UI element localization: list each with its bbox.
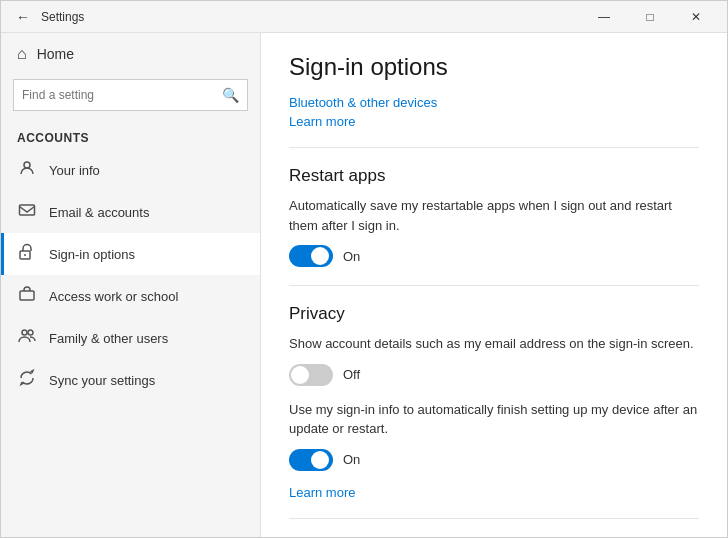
sign-in-options-label: Sign-in options — [49, 247, 135, 262]
svg-rect-4 — [20, 291, 34, 300]
email-accounts-icon — [17, 201, 37, 223]
privacy-title: Privacy — [289, 304, 699, 324]
title-bar: ← Settings — □ ✕ — [1, 1, 727, 33]
privacy-toggle-1[interactable] — [289, 364, 333, 386]
search-icon: 🔍 — [222, 87, 239, 103]
access-work-icon — [17, 285, 37, 307]
back-button[interactable]: ← — [9, 3, 37, 31]
privacy-toggle-1-thumb — [291, 366, 309, 384]
learn-more-link-1[interactable]: Learn more — [289, 114, 699, 129]
your-info-label: Your info — [49, 163, 100, 178]
sidebar-item-family-users[interactable]: Family & other users — [1, 317, 260, 359]
privacy-toggle-1-label: Off — [343, 367, 360, 382]
sign-in-options-icon — [17, 243, 37, 265]
family-users-icon — [17, 327, 37, 349]
privacy-toggle-2[interactable] — [289, 449, 333, 471]
svg-point-0 — [24, 162, 30, 168]
privacy-toggle1-row: Off — [289, 364, 699, 386]
sidebar-item-email-accounts[interactable]: Email & accounts — [1, 191, 260, 233]
svg-point-3 — [24, 254, 26, 256]
your-info-icon — [17, 159, 37, 181]
access-work-label: Access work or school — [49, 289, 178, 304]
search-box[interactable]: 🔍 — [13, 79, 248, 111]
restart-apps-toggle-row: On — [289, 245, 699, 267]
svg-point-6 — [28, 330, 33, 335]
privacy-toggle2-row: On — [289, 449, 699, 471]
maximize-button[interactable]: □ — [627, 1, 673, 33]
learn-more-link-2[interactable]: Learn more — [289, 485, 699, 500]
sidebar-item-access-work[interactable]: Access work or school — [1, 275, 260, 317]
close-button[interactable]: ✕ — [673, 1, 719, 33]
restart-apps-description: Automatically save my restartable apps w… — [289, 196, 699, 235]
divider-3 — [289, 518, 699, 519]
settings-window: ← Settings — □ ✕ ⌂ Home 🔍 Accounts — [0, 0, 728, 538]
svg-rect-1 — [20, 205, 35, 215]
related-settings-title: Related settings — [289, 537, 699, 538]
email-accounts-label: Email & accounts — [49, 205, 149, 220]
privacy-description-2: Use my sign-in info to automatically fin… — [289, 400, 699, 439]
home-label: Home — [37, 46, 74, 62]
divider-2 — [289, 285, 699, 286]
sidebar-section-label: Accounts — [1, 123, 260, 149]
restart-apps-toggle-thumb — [311, 247, 329, 265]
sidebar-item-sync-settings[interactable]: Sync your settings — [1, 359, 260, 401]
minimize-button[interactable]: — — [581, 1, 627, 33]
home-nav-item[interactable]: ⌂ Home — [1, 33, 260, 75]
privacy-toggle-2-thumb — [311, 451, 329, 469]
right-panel: Sign-in options Bluetooth & other device… — [261, 33, 727, 537]
window-title: Settings — [41, 10, 581, 24]
family-users-label: Family & other users — [49, 331, 168, 346]
main-content: ⌂ Home 🔍 Accounts Your info Email & acco… — [1, 33, 727, 537]
privacy-description-1: Show account details such as my email ad… — [289, 334, 699, 354]
divider-1 — [289, 147, 699, 148]
restart-apps-toggle-label: On — [343, 249, 360, 264]
svg-point-5 — [22, 330, 27, 335]
bluetooth-devices-link[interactable]: Bluetooth & other devices — [289, 95, 699, 110]
sidebar-item-your-info[interactable]: Your info — [1, 149, 260, 191]
search-input[interactable] — [22, 88, 222, 102]
sync-settings-label: Sync your settings — [49, 373, 155, 388]
window-controls: — □ ✕ — [581, 1, 719, 33]
page-title: Sign-in options — [289, 53, 699, 81]
privacy-toggle-2-label: On — [343, 452, 360, 467]
home-icon: ⌂ — [17, 45, 27, 63]
sync-settings-icon — [17, 369, 37, 391]
restart-apps-title: Restart apps — [289, 166, 699, 186]
sidebar-item-sign-in-options[interactable]: Sign-in options — [1, 233, 260, 275]
sidebar: ⌂ Home 🔍 Accounts Your info Email & acco… — [1, 33, 261, 537]
restart-apps-toggle[interactable] — [289, 245, 333, 267]
